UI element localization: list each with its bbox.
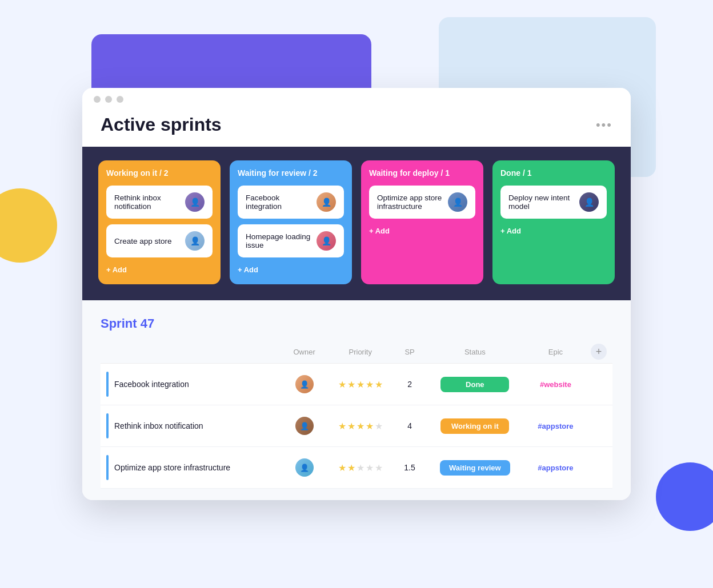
sp-cell: 1.5 — [395, 447, 424, 489]
card-rethink-inbox[interactable]: Rethink inbox notification 👤 — [106, 186, 213, 219]
card-facebook-integration[interactable]: Facebook integration 👤 — [238, 186, 344, 219]
card-text: Create app store — [114, 237, 181, 245]
avatar: 👤 — [295, 375, 314, 393]
column-working-header: Working on it / 2 — [106, 168, 213, 178]
task-name: Optimize app store infrastructure — [114, 463, 230, 472]
bg-blue-semicircle — [656, 462, 713, 531]
add-card-done[interactable]: + Add — [500, 224, 607, 237]
avatar: 👤 — [295, 417, 314, 435]
page-title: Active sprints — [101, 114, 222, 135]
card-deploy-intent-model[interactable]: Deploy new intent model 👤 — [500, 186, 607, 219]
status-badge: Working on it — [440, 418, 509, 434]
avatar: 👤 — [185, 231, 205, 251]
window-dot-3 — [117, 96, 123, 103]
avatar: 👤 — [317, 231, 336, 251]
window-dot-2 — [105, 96, 112, 103]
table-row: Rethink inbox notification 👤 ★ ★ ★ ★ ★ — [101, 405, 612, 447]
page-header: Active sprints ••• — [82, 108, 631, 147]
epic-cell: #website — [526, 364, 585, 405]
task-name: Facebook integration — [114, 380, 189, 389]
star-filled: ★ — [338, 421, 346, 432]
avatar: 👤 — [448, 192, 467, 212]
row-indicator — [106, 413, 109, 438]
avatar: 👤 — [317, 192, 336, 212]
status-cell: Working on it — [424, 405, 526, 447]
title-bar — [82, 88, 631, 108]
card-text: Optimize app store infrastructure — [377, 194, 443, 211]
star-filled: ★ — [338, 462, 346, 473]
epic-tag: #website — [540, 380, 571, 389]
add-card-working[interactable]: + Add — [106, 263, 213, 276]
epic-cell: #appstore — [526, 447, 585, 489]
col-header-owner: Owner — [283, 340, 325, 364]
owner-cell: 👤 — [283, 405, 325, 447]
col-header-name — [101, 340, 283, 364]
epic-tag: #appstore — [538, 422, 573, 430]
sprint-title: Sprint 47 — [101, 316, 612, 331]
star-filled: ★ — [347, 462, 355, 473]
column-working: Working on it / 2 Rethink inbox notifica… — [98, 160, 221, 284]
star-filled: ★ — [338, 379, 346, 390]
kanban-board: Working on it / 2 Rethink inbox notifica… — [82, 147, 631, 300]
sp-cell: 2 — [395, 364, 424, 405]
avatar: 👤 — [579, 192, 599, 212]
star-empty: ★ — [366, 462, 374, 473]
row-indicator — [106, 372, 109, 397]
add-card-deploy[interactable]: + Add — [369, 224, 475, 237]
task-name: Rethink inbox notification — [114, 421, 203, 430]
star-filled: ★ — [356, 379, 364, 390]
main-window: Active sprints ••• Working on it / 2 Ret… — [82, 88, 631, 500]
column-deploy: Waiting for deploy / 1 Optimize app stor… — [361, 160, 483, 284]
star-empty: ★ — [375, 421, 383, 432]
add-column-button[interactable]: + — [591, 344, 607, 360]
col-header-sp: SP — [395, 340, 424, 364]
row-indicator — [106, 455, 109, 480]
card-text: Deploy new intent model — [508, 194, 575, 211]
status-badge: Done — [440, 377, 509, 392]
avatar: 👤 — [295, 458, 314, 477]
column-deploy-header: Waiting for deploy / 1 — [369, 168, 475, 178]
window-dot-1 — [94, 96, 101, 103]
col-header-epic: Epic — [526, 340, 585, 364]
card-create-app-store[interactable]: Create app store 👤 — [106, 224, 213, 257]
sp-cell: 4 — [395, 405, 424, 447]
priority-stars: ★ ★ ★ ★ ★ — [331, 379, 390, 390]
task-name-cell: Optimize app store infrastructure — [101, 447, 283, 489]
status-badge: Waiting review — [440, 460, 510, 476]
card-text: Rethink inbox notification — [114, 194, 181, 211]
col-header-add: + — [585, 340, 612, 364]
star-filled: ★ — [366, 379, 374, 390]
column-review: Waiting for review / 2 Facebook integrat… — [230, 160, 352, 284]
star-filled: ★ — [366, 421, 374, 432]
add-card-review[interactable]: + Add — [238, 263, 344, 276]
star-empty: ★ — [356, 462, 364, 473]
star-filled: ★ — [347, 379, 355, 390]
task-name-cell: Facebook integration — [101, 364, 283, 405]
avatar: 👤 — [185, 192, 205, 212]
star-empty: ★ — [375, 462, 383, 473]
card-homepage-loading[interactable]: Homepage loading issue 👤 — [238, 224, 344, 257]
status-cell: Waiting review — [424, 447, 526, 489]
priority-stars: ★ ★ ★ ★ ★ — [331, 462, 390, 473]
more-options-button[interactable]: ••• — [596, 118, 612, 132]
column-done-header: Done / 1 — [500, 168, 607, 178]
star-filled: ★ — [347, 421, 355, 432]
owner-cell: 👤 — [283, 447, 325, 489]
sprint-section: Sprint 47 Owner Priority SP Status Epic … — [82, 300, 631, 500]
column-done: Done / 1 Deploy new intent model 👤 + Add — [492, 160, 615, 284]
epic-tag: #appstore — [538, 464, 573, 472]
card-text: Homepage loading issue — [246, 232, 312, 249]
epic-cell: #appstore — [526, 405, 585, 447]
sprint-table: Owner Priority SP Status Epic + — [101, 340, 612, 489]
priority-cell: ★ ★ ★ ★ ★ — [325, 364, 395, 405]
table-row: Optimize app store infrastructure 👤 ★ ★ … — [101, 447, 612, 489]
status-cell: Done — [424, 364, 526, 405]
column-review-header: Waiting for review / 2 — [238, 168, 344, 178]
bg-yellow-circle — [0, 188, 57, 263]
col-header-status: Status — [424, 340, 526, 364]
card-optimize-app-store[interactable]: Optimize app store infrastructure 👤 — [369, 186, 475, 219]
col-header-priority: Priority — [325, 340, 395, 364]
card-text: Facebook integration — [246, 194, 312, 211]
priority-cell: ★ ★ ★ ★ ★ — [325, 447, 395, 489]
table-row: Facebook integration 👤 ★ ★ ★ ★ ★ — [101, 364, 612, 405]
